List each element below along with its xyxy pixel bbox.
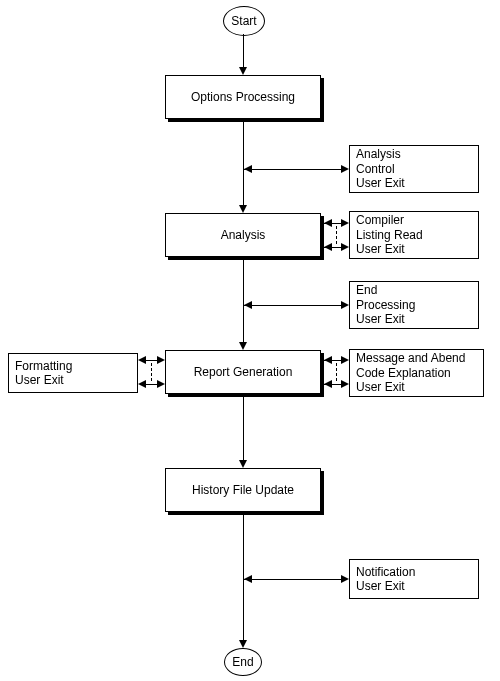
end-processing-line3: User Exit xyxy=(356,312,405,326)
arrowhead-icon xyxy=(244,575,252,583)
analysis-label: Analysis xyxy=(221,228,266,242)
edge-report-history xyxy=(243,397,244,460)
message-abend-line1: Message and Abend xyxy=(356,351,465,365)
edge-start-options xyxy=(243,34,244,67)
arrowhead-icon xyxy=(341,380,349,388)
report-generation-box: Report Generation xyxy=(165,350,321,394)
edge-spine-notification xyxy=(244,579,341,580)
analysis-control-line3: User Exit xyxy=(356,176,405,190)
message-abend-line2: Code Explanation xyxy=(356,366,451,380)
options-processing-box: Options Processing xyxy=(165,75,321,119)
edge-report-formatting-dashed-gap xyxy=(151,363,152,381)
formatting-line2: User Exit xyxy=(15,373,64,387)
end-processing-line1: End xyxy=(356,283,377,297)
end-processing-line2: Processing xyxy=(356,298,415,312)
arrowhead-icon xyxy=(157,356,165,364)
edge-spine-analysis-control xyxy=(244,169,341,170)
arrowhead-icon xyxy=(341,165,349,173)
arrowhead-icon xyxy=(324,243,332,251)
report-generation-label: Report Generation xyxy=(194,365,293,379)
history-file-update-label: History File Update xyxy=(192,483,294,497)
arrowhead-icon xyxy=(239,460,247,468)
message-abend-line3: User Exit xyxy=(356,380,405,394)
compiler-listing-line2: Listing Read xyxy=(356,228,423,242)
analysis-control-user-exit-box: Analysis Control User Exit xyxy=(349,145,479,193)
arrowhead-icon xyxy=(324,356,332,364)
arrowhead-icon xyxy=(239,342,247,350)
arrowhead-icon xyxy=(341,219,349,227)
arrowhead-icon xyxy=(341,243,349,251)
history-file-update-box: History File Update xyxy=(165,468,321,512)
arrowhead-icon xyxy=(138,380,146,388)
edge-options-analysis xyxy=(243,122,244,205)
formatting-line1: Formatting xyxy=(15,359,72,373)
compiler-listing-line3: User Exit xyxy=(356,242,405,256)
compiler-listing-read-user-exit-box: Compiler Listing Read User Exit xyxy=(349,211,479,259)
start-label: Start xyxy=(231,14,256,28)
start-terminal: Start xyxy=(223,6,265,36)
analysis-control-line2: Control xyxy=(356,162,395,176)
flowchart-canvas: Start End Options Processing Analysis Re… xyxy=(0,0,500,681)
arrowhead-icon xyxy=(244,165,252,173)
analysis-control-line1: Analysis xyxy=(356,147,401,161)
arrowhead-icon xyxy=(244,301,252,309)
formatting-user-exit-box: Formatting User Exit xyxy=(8,353,138,393)
notification-line2: User Exit xyxy=(356,579,405,593)
compiler-listing-line1: Compiler xyxy=(356,213,404,227)
end-processing-user-exit-box: End Processing User Exit xyxy=(349,281,479,329)
analysis-box: Analysis xyxy=(165,213,321,257)
options-processing-label: Options Processing xyxy=(191,90,295,104)
arrowhead-icon xyxy=(341,301,349,309)
arrowhead-icon xyxy=(341,356,349,364)
end-label: End xyxy=(232,655,253,669)
notification-user-exit-box: Notification User Exit xyxy=(349,559,479,599)
message-abend-user-exit-box: Message and Abend Code Explanation User … xyxy=(349,349,484,397)
notification-line1: Notification xyxy=(356,565,415,579)
arrowhead-icon xyxy=(138,356,146,364)
edge-report-message-dashed-gap xyxy=(336,363,337,381)
edge-analysis-compiler-dashed-gap xyxy=(336,226,337,244)
arrowhead-icon xyxy=(239,205,247,213)
arrowhead-icon xyxy=(239,67,247,75)
arrowhead-icon xyxy=(239,640,247,648)
arrowhead-icon xyxy=(157,380,165,388)
arrowhead-icon xyxy=(324,380,332,388)
arrowhead-icon xyxy=(324,219,332,227)
arrowhead-icon xyxy=(341,575,349,583)
end-terminal: End xyxy=(224,648,262,676)
edge-spine-end-processing xyxy=(244,305,341,306)
